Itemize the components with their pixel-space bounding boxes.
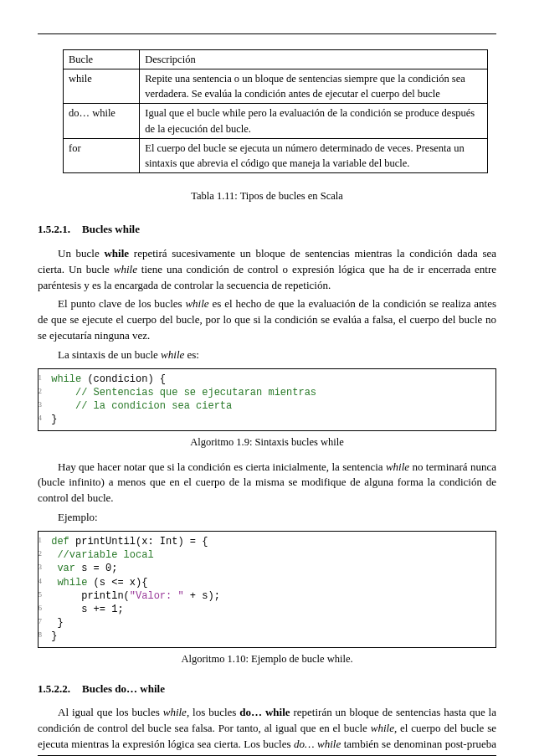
top-rule xyxy=(38,33,496,34)
section-number: 1.5.2.2. xyxy=(38,682,70,695)
table-row: do… while Igual que el bucle while pero … xyxy=(64,104,488,138)
algorithm-caption: Algoritmo 1.10: Ejemplo de bucle while. xyxy=(38,651,496,666)
code-block-while-syntax: 1 while (condicion) { 2 // Sentencias qu… xyxy=(38,368,496,431)
table-caption: Tabla 1.11: Tipos de bucles en Scala xyxy=(38,188,496,203)
section-heading-dowhile: 1.5.2.2.Bucles do… while xyxy=(38,681,496,697)
paragraph: La sintaxis de un bucle while es: xyxy=(38,347,496,363)
paragraph: El punto clave de los bucles while es el… xyxy=(38,296,496,344)
code-block-while-example: 1 def printUntil(x: Int) = { 2 //variabl… xyxy=(38,531,496,648)
table-header-loop: Bucle xyxy=(64,50,140,69)
table-header-desc: Descripción xyxy=(140,50,488,69)
cell-desc: Repite una sentencia o un bloque de sent… xyxy=(140,69,488,104)
paragraph: Hay que hacer notar que si la condición … xyxy=(38,460,496,507)
table-row: Bucle Descripción xyxy=(64,50,488,69)
table-row: for El cuerpo del bucle se ejecuta un nú… xyxy=(64,138,488,172)
algorithm-caption: Algoritmo 1.9: Sintaxis bucles while xyxy=(38,435,496,450)
section-title: Bucles do… while xyxy=(82,682,165,695)
section-number: 1.5.2.1. xyxy=(38,223,70,235)
cell-desc: Igual que el bucle while pero la evaluac… xyxy=(140,104,488,138)
section-title: Bucles while xyxy=(82,223,140,235)
paragraph: Ejemplo: xyxy=(38,510,496,526)
cell-loop: for xyxy=(64,138,140,172)
cell-loop: do… while xyxy=(64,104,140,138)
cell-loop: while xyxy=(64,69,140,104)
paragraph: Al igual que los bucles while, los bucle… xyxy=(38,705,496,756)
loop-types-table: Bucle Descripción while Repite una sente… xyxy=(63,49,488,173)
table-row: while Repite una sentencia o un bloque d… xyxy=(64,69,488,104)
cell-desc: El cuerpo del bucle se ejecuta un número… xyxy=(140,138,488,172)
paragraph: Un bucle while repetirá sucesivamente un… xyxy=(38,246,496,294)
section-heading-while: 1.5.2.1.Bucles while xyxy=(38,222,496,238)
